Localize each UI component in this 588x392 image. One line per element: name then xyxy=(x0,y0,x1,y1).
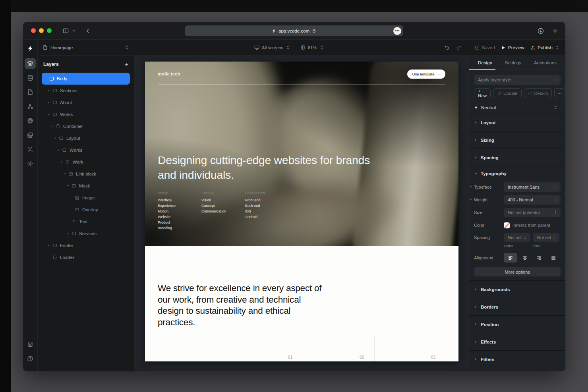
zoom-selector[interactable]: 61% xyxy=(300,45,324,50)
more-options-button[interactable]: More options xyxy=(474,267,561,276)
minimize-window-button[interactable] xyxy=(39,28,44,33)
chevron-right-icon[interactable] xyxy=(46,89,51,92)
layer-row-footer[interactable]: Footer xyxy=(42,239,130,251)
sidebar-assets-icon[interactable] xyxy=(25,129,36,141)
chevron-down-icon[interactable] xyxy=(46,113,51,116)
preview-button[interactable]: Preview xyxy=(501,45,524,50)
section-filters[interactable]: Filters xyxy=(469,351,565,368)
align-left-button[interactable] xyxy=(504,253,517,263)
publish-button[interactable]: Publish xyxy=(530,45,560,50)
layer-row-link-block[interactable]: Link block xyxy=(42,168,130,180)
line-spacing-select[interactable]: Not set xyxy=(533,233,559,242)
chevron-down-icon[interactable] xyxy=(56,149,61,152)
keyboard-shortcuts-icon[interactable] xyxy=(25,339,36,350)
sidebar-layers-icon[interactable] xyxy=(25,58,36,69)
services-column-design[interactable]: DesignInterfaceExperienceMotionWebsitePr… xyxy=(158,191,201,231)
align-center-button[interactable] xyxy=(518,253,532,263)
sidebar-globe-icon[interactable] xyxy=(25,115,36,126)
hero-section[interactable]: molle.tech Use template → Designing cutt… xyxy=(145,62,458,246)
chevron-down-icon[interactable] xyxy=(72,29,76,33)
chevron-right-icon[interactable] xyxy=(46,101,51,104)
tab-design[interactable]: Design xyxy=(478,60,492,65)
page-stepper-icon[interactable] xyxy=(125,45,130,50)
section-typography[interactable]: Typography xyxy=(469,166,565,181)
section-spacing[interactable]: Spacing xyxy=(469,149,565,166)
browser-sidebar-toggle-icon[interactable] xyxy=(63,28,69,34)
close-window-button[interactable] xyxy=(31,28,36,33)
section-position[interactable]: Position xyxy=(469,316,565,333)
detach-style-button[interactable]: Detach xyxy=(524,88,552,98)
about-text[interactable]: We strive for excellence in every aspect… xyxy=(158,283,329,328)
undo-icon[interactable] xyxy=(444,45,450,50)
maximize-window-button[interactable] xyxy=(47,28,52,33)
sidebar-settings-icon[interactable] xyxy=(25,158,36,169)
services-column-development[interactable]: DevelopmentFront endBack endiOSAndroid xyxy=(245,191,297,231)
breakpoint-selector[interactable]: All screens xyxy=(254,45,291,50)
override-indicator xyxy=(470,199,472,200)
sidebar-tools-icon[interactable] xyxy=(25,144,36,155)
typeface-select[interactable]: Instrument Sans xyxy=(504,182,561,192)
active-tab-underline xyxy=(469,69,495,70)
layer-row-loader[interactable]: Loader xyxy=(42,251,130,263)
layer-row-services[interactable]: Services xyxy=(42,228,130,239)
layer-state-select[interactable]: Neutral xyxy=(469,101,565,114)
add-layer-button[interactable]: + xyxy=(125,61,128,68)
weight-select[interactable]: 400 - Normal xyxy=(504,195,561,205)
tab-settings[interactable]: Settings xyxy=(505,60,522,65)
layer-row-body[interactable]: Body xyxy=(42,73,130,85)
layer-row-works[interactable]: Works xyxy=(42,144,130,156)
about-section[interactable]: We strive for excellence in every aspect… xyxy=(145,246,458,361)
layer-row-about[interactable]: About xyxy=(42,97,130,108)
section-sizing[interactable]: Sizing xyxy=(469,131,565,149)
chevron-down-icon[interactable] xyxy=(50,125,54,128)
letter-spacing-select[interactable]: Not set xyxy=(504,233,530,242)
chevron-down-icon[interactable] xyxy=(53,137,58,140)
downloads-icon[interactable] xyxy=(538,28,544,34)
chevron-right-icon[interactable] xyxy=(46,244,51,247)
help-icon[interactable] xyxy=(25,353,36,364)
new-style-button[interactable]: + New xyxy=(474,88,491,98)
url-bar[interactable]: app.ycode.com ••• xyxy=(185,25,403,36)
layer-row-work[interactable]: Work xyxy=(42,156,130,168)
size-select[interactable]: Not set (inherits) xyxy=(504,208,561,217)
color-swatch-none[interactable] xyxy=(504,222,510,228)
layer-row-container[interactable]: Container xyxy=(42,120,130,132)
use-template-button[interactable]: Use template → xyxy=(407,70,445,79)
sidebar-workflow-icon[interactable] xyxy=(25,101,36,112)
update-style-button[interactable]: Update xyxy=(493,88,521,98)
sidebar-pages-icon[interactable] xyxy=(25,87,36,98)
hero-heading[interactable]: Designing cutting-edge websites for bran… xyxy=(158,153,380,182)
section-borders[interactable]: Borders xyxy=(469,298,565,316)
chevron-right-icon[interactable] xyxy=(66,232,70,235)
style-more-button[interactable]: ••• xyxy=(554,88,565,98)
url-more-icon[interactable]: ••• xyxy=(393,27,401,35)
layer-row-overlay[interactable]: Overlay xyxy=(42,204,130,216)
website-canvas[interactable]: molle.tech Use template → Designing cutt… xyxy=(145,62,458,361)
redo-icon[interactable] xyxy=(456,45,462,50)
page-selector[interactable]: Homepage xyxy=(38,40,134,55)
services-column-strategy[interactable]: StrategyVisionConceptCommunication xyxy=(201,191,245,231)
align-justify-button[interactable] xyxy=(547,253,560,263)
browser-back-icon[interactable] xyxy=(85,28,91,34)
section-effects[interactable]: Effects xyxy=(469,333,565,351)
chevron-down-icon[interactable] xyxy=(59,160,64,164)
site-logo[interactable]: molle.tech xyxy=(158,71,180,76)
chevron-down-icon[interactable] xyxy=(66,184,70,187)
layer-row-layout[interactable]: Layout xyxy=(42,132,130,144)
layer-row-image[interactable]: Image xyxy=(42,192,130,204)
align-right-button[interactable] xyxy=(532,253,546,263)
sidebar-cms-icon[interactable] xyxy=(25,72,36,83)
layer-row-mask[interactable]: Mask xyxy=(42,180,130,192)
layer-row-sections[interactable]: Sections xyxy=(42,85,130,97)
image-layer-icon xyxy=(74,195,79,201)
detach-icon xyxy=(528,91,532,95)
section-backgrounds[interactable]: Backgrounds xyxy=(469,281,565,298)
new-tab-icon[interactable] xyxy=(552,28,558,34)
apply-layer-style-select[interactable]: Apply layer style... xyxy=(474,75,561,85)
tab-animations[interactable]: Animations xyxy=(534,60,557,65)
section-layout[interactable]: Layout xyxy=(469,114,565,131)
chevron-down-icon[interactable] xyxy=(62,172,67,176)
layer-row-works[interactable]: Works xyxy=(42,108,130,120)
layer-row-text[interactable]: Text xyxy=(42,216,130,228)
square-layer-icon xyxy=(71,183,76,189)
